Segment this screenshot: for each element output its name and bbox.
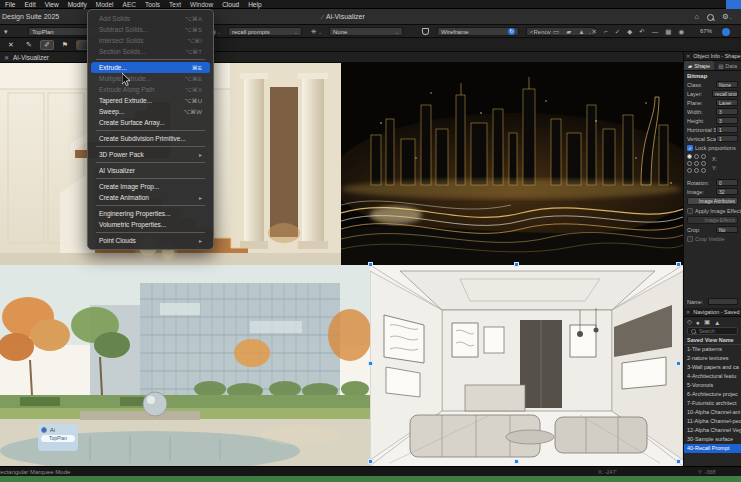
saved-view-item[interactable]: 2-nature textures [684, 354, 741, 363]
insert-tool-icon[interactable]: ▭ [553, 27, 559, 36]
saved-view-item[interactable]: 4-Architectural featu [684, 372, 741, 381]
scene-view-icon[interactable]: ▲ [714, 319, 720, 326]
tab-data[interactable]: ▤Data [714, 61, 741, 70]
anchor-point-grid[interactable] [687, 154, 708, 176]
workspace-menu-button[interactable]: ▾ [4, 27, 8, 36]
shield-icon[interactable] [422, 27, 429, 36]
pen-tool-icon[interactable]: ✎ [22, 40, 36, 50]
saved-views-search[interactable]: Search [687, 327, 738, 335]
menu-item-sweep[interactable]: Sweep...⌥⌘W [91, 106, 210, 117]
preview-sketch-interior[interactable] [370, 265, 683, 466]
anchor-dot[interactable] [701, 161, 706, 166]
saved-view-item[interactable]: 11-Alpha Channel-peo [684, 417, 741, 426]
menu-modify[interactable]: Modify [68, 0, 87, 9]
name-field[interactable] [708, 298, 738, 305]
close-icon[interactable]: ✕ [686, 53, 690, 59]
gear-icon[interactable]: ⚙⌄ [722, 12, 733, 22]
selection-handle[interactable] [676, 459, 681, 464]
selection-handle[interactable] [676, 361, 681, 366]
prompt-select[interactable]: recall prompts⌄ [228, 27, 302, 36]
height-field[interactable]: 3 [716, 117, 738, 124]
frame-view-icon[interactable]: ▣ [704, 318, 710, 326]
menu-item-create-image-prop[interactable]: Create Image Prop... [91, 181, 210, 192]
fill-tool-icon[interactable]: ◆ [627, 27, 632, 36]
menu-view[interactable]: View [45, 0, 59, 9]
grid-icon[interactable]: ▦ [665, 27, 671, 36]
anchor-dot[interactable] [694, 154, 699, 159]
menu-item-create-animation[interactable]: Create Animation▸ [91, 192, 210, 203]
selection-handle[interactable] [676, 262, 681, 267]
plane-select[interactable]: Layer [716, 99, 738, 106]
close-icon[interactable]: ✕ [686, 309, 690, 315]
menu-item-ai-visualizer[interactable]: AI Visualizer [91, 165, 210, 176]
saved-view-column-header[interactable]: Saved View Name [684, 335, 741, 345]
image-field[interactable]: 32 [716, 188, 738, 195]
menu-model[interactable]: Model [96, 0, 114, 9]
selection-handle[interactable] [514, 262, 519, 267]
saved-view-item[interactable]: 40-Recall Prompt [684, 444, 741, 453]
dash-tool-icon[interactable]: — [652, 27, 659, 36]
menu-item-create-subdivision-primitive[interactable]: Create Subdivision Primitive... [91, 133, 210, 144]
undo-icon[interactable]: ↶ [639, 27, 644, 36]
menu-item-tapered-extrude[interactable]: Tapered Extrude...⌥⌘U [91, 95, 210, 106]
anchor-dot[interactable] [687, 161, 692, 166]
menu-tools[interactable]: Tools [145, 0, 160, 9]
preview-city-lightwaves[interactable] [341, 63, 683, 265]
home-icon[interactable]: ⌂ [695, 12, 700, 22]
apply-image-effects-checkbox[interactable] [687, 208, 693, 214]
layer-select[interactable]: recall promp [712, 90, 738, 97]
menu-item-engineering-properties[interactable]: Engineering Properties... [91, 208, 210, 219]
saved-view-item[interactable]: 7-Futuristic architect [684, 399, 741, 408]
style-select[interactable]: None⌄ [329, 27, 403, 36]
zoom-indicator-icon[interactable] [722, 28, 730, 36]
menu-file[interactable]: File [5, 0, 15, 9]
saved-view-item[interactable]: 3-Wall papers and ca [684, 363, 741, 372]
class-select[interactable]: None [716, 81, 738, 88]
menu-item-volumetric-properties[interactable]: Volumetric Properties... [91, 219, 210, 230]
anchor-dot[interactable] [701, 168, 706, 173]
vscale-field[interactable]: 1 [716, 135, 738, 142]
rotation-field[interactable]: 0 [716, 179, 738, 186]
crop-visible-checkbox[interactable] [687, 236, 693, 242]
menu-item-extrude[interactable]: Extrude...⌘E [91, 62, 210, 73]
hscale-field[interactable]: 1 [716, 126, 738, 133]
saved-view-item[interactable]: 12-Alpha Channel Veg [684, 426, 741, 435]
menu-aec[interactable]: AEC [123, 0, 136, 9]
sync-icon[interactable]: ↻ [508, 28, 515, 35]
anchor-dot[interactable] [694, 161, 699, 166]
image-attributes-button[interactable]: Image Attributes [687, 197, 738, 205]
search-icon[interactable] [707, 14, 714, 21]
saved-view-item[interactable]: 6-Architecture projec [684, 390, 741, 399]
selection-handle[interactable] [368, 361, 373, 366]
selection-handle[interactable] [368, 262, 373, 267]
flag-tool-icon[interactable]: ⚑ [58, 40, 72, 50]
brush-tool-icon[interactable]: ✐ [40, 40, 54, 50]
menu-cloud[interactable]: Cloud [222, 0, 239, 9]
menu-window[interactable]: Window [190, 0, 213, 9]
render-settings-icon[interactable]: ◉ [678, 27, 684, 36]
anchor-dot[interactable] [687, 168, 692, 173]
delete-icon[interactable]: ✕ [592, 27, 597, 36]
anchor-dot[interactable] [687, 154, 692, 159]
corner-tool-icon[interactable]: ⌐ [604, 27, 608, 36]
saved-view-item[interactable]: 1-Tile patterns [684, 345, 741, 354]
tab-shape[interactable]: ▰Shape [684, 61, 714, 70]
lock-proportions-checkbox[interactable]: ✓ [687, 145, 693, 151]
shape-pane-icon[interactable]: ▰ [566, 27, 571, 36]
selection-handle[interactable] [514, 459, 519, 464]
cone-tool-icon[interactable]: ▲ [578, 27, 584, 36]
menu-item-point-clouds[interactable]: Point Clouds▸ [91, 235, 210, 246]
link-view-icon[interactable]: ◇ [687, 318, 692, 326]
anchor-dot[interactable] [694, 168, 699, 173]
selection-handle[interactable] [368, 459, 373, 464]
anchor-dot[interactable] [701, 154, 706, 159]
saved-view-item[interactable]: 30-Sample surface [684, 435, 741, 444]
menu-edit[interactable]: Edit [24, 0, 35, 9]
validate-icon[interactable]: ✓ [615, 27, 620, 36]
saved-view-item[interactable]: 5-Voronois [684, 381, 741, 390]
menu-help[interactable]: Help [248, 0, 261, 9]
close-icon[interactable]: ✕ [4, 54, 9, 61]
selection-tool-icon[interactable]: ✕ [4, 40, 18, 50]
zoom-level[interactable]: 67% [700, 28, 712, 34]
menu-text[interactable]: Text [169, 0, 181, 9]
